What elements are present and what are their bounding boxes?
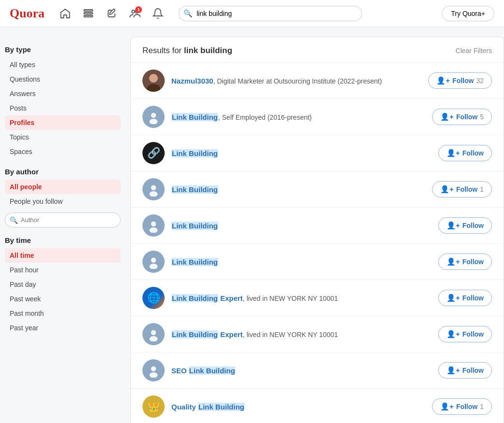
sidebar-item-topics[interactable]: Topics (5, 130, 121, 144)
avatar (142, 323, 165, 345)
results-title: Results for link building (142, 46, 232, 56)
svg-rect-1 (84, 13, 93, 14)
avatar (142, 70, 165, 92)
result-item: Link Building 👤+ Follow (131, 244, 504, 280)
follow-button[interactable]: 👤+ Follow (438, 290, 492, 306)
main-layout: By type All types Questions Answers Post… (0, 27, 504, 423)
avatar (142, 214, 165, 237)
avatar (142, 323, 165, 345)
follow-count: 1 (480, 403, 484, 410)
svg-point-3 (132, 10, 135, 13)
sidebar-item-answers[interactable]: Answers (5, 86, 121, 101)
follow-button[interactable]: 👤+ Follow 1 (432, 398, 492, 415)
follow-button[interactable]: 👤+ Follow (438, 326, 492, 342)
sidebar-item-past-week[interactable]: Past week (5, 292, 121, 306)
result-name[interactable]: Quality Link Building (171, 403, 245, 411)
follow-label: Follow (456, 403, 477, 410)
svg-point-12 (151, 185, 156, 190)
notifications-icon[interactable] (150, 5, 166, 22)
sidebar: By type All types Questions Answers Post… (0, 37, 130, 423)
result-item: Link Building, Self Employed (2016-prese… (131, 99, 504, 135)
follow-label: Follow (456, 185, 477, 193)
author-search-icon: 🔍 (10, 216, 18, 224)
result-name[interactable]: Link Building Expert (171, 330, 243, 338)
search-bar: 🔍 (179, 6, 362, 21)
follow-button[interactable]: 👤+ Follow (438, 362, 492, 379)
avatar (142, 251, 165, 273)
result-name[interactable]: Nazmul3030 (171, 77, 213, 85)
home-icon[interactable] (57, 5, 73, 22)
sidebar-item-past-hour[interactable]: Past hour (5, 263, 121, 277)
svg-point-24 (151, 367, 156, 371)
logo[interactable]: Quora (10, 6, 44, 21)
follow-button[interactable]: 👤+ Follow (438, 145, 492, 161)
result-item: Link Building Expert, lived in NEW YORK … (131, 316, 504, 352)
follow-label: Follow (462, 222, 484, 229)
result-desc: , Self Employed (2016-present) (218, 113, 312, 121)
result-info: Link Building (171, 222, 432, 230)
result-name[interactable]: Link Building (171, 113, 218, 121)
spaces-icon[interactable]: 1 (126, 5, 143, 22)
svg-point-21 (151, 330, 156, 335)
svg-point-9 (151, 113, 156, 118)
follow-button[interactable]: 👤+ Follow (438, 217, 492, 234)
avatar (142, 214, 165, 237)
result-name[interactable]: SEO Link Building (171, 367, 236, 375)
follow-icon: 👤+ (447, 294, 460, 302)
sidebar-item-all-time[interactable]: All time (5, 248, 121, 263)
sidebar-item-profiles[interactable]: Profiles (5, 115, 121, 130)
result-info: Link Building (171, 149, 432, 157)
follow-button[interactable]: 👤+ Follow 5 (432, 109, 492, 125)
header: Quora 1 🔍 Try Quora+ (0, 0, 504, 27)
try-quora-plus-button[interactable]: Try Quora+ (442, 6, 494, 21)
follow-label: Follow (452, 77, 474, 85)
follow-button[interactable]: 👤+ Follow 1 (432, 181, 492, 197)
follow-label: Follow (462, 258, 484, 266)
result-item: 🔗 Link Building 👤+ Follow (131, 135, 504, 171)
follow-button[interactable]: 👤+ Follow (438, 254, 492, 270)
result-info: Nazmul3030, Digital Marketer at Outsourc… (171, 77, 421, 85)
result-name[interactable]: Link Building (171, 258, 218, 266)
search-input[interactable] (179, 6, 362, 21)
result-info: Link Building (171, 185, 425, 194)
result-name[interactable]: Link Building (171, 185, 218, 194)
result-info: Link Building Expert, lived in NEW YORK … (171, 330, 432, 338)
follow-count: 32 (476, 77, 484, 85)
sidebar-item-questions[interactable]: Questions (5, 72, 121, 86)
sidebar-item-all-people[interactable]: All people (5, 180, 121, 194)
follow-label: Follow (462, 294, 484, 302)
results-header: Results for link building Clear Filters (131, 37, 504, 63)
avatar: 🔗 (142, 142, 165, 164)
sidebar-item-past-day[interactable]: Past day (5, 277, 121, 292)
follow-icon: 👤+ (447, 366, 460, 375)
sidebar-item-past-month[interactable]: Past month (5, 306, 121, 321)
result-item: 🌐 Link Building Expert, lived in NEW YOR… (131, 280, 504, 316)
avatar (142, 359, 165, 381)
clear-filters-button[interactable]: Clear Filters (456, 47, 492, 55)
sidebar-item-all-types[interactable]: All types (5, 57, 121, 72)
svg-rect-0 (84, 10, 93, 11)
result-info: SEO Link Building (171, 367, 432, 375)
result-info: Link Building (171, 258, 432, 266)
result-item: Nazmul3030, Digital Marketer at Outsourc… (131, 63, 504, 99)
result-name[interactable]: Link Building (171, 149, 218, 157)
avatar (142, 106, 165, 128)
follow-count: 5 (480, 113, 484, 121)
follow-icon: 👤+ (440, 402, 454, 411)
result-item: Link Building 👤+ Follow 1 (131, 171, 504, 208)
result-item: SEO Link Building 👤+ Follow (131, 352, 504, 389)
follow-button[interactable]: 👤+ Follow 32 (428, 72, 492, 89)
follow-icon: 👤+ (447, 330, 460, 338)
follow-icon: 👤+ (447, 221, 460, 230)
result-desc: , lived in NEW YORK NY 10001 (243, 295, 338, 302)
sidebar-item-posts[interactable]: Posts (5, 101, 121, 115)
feed-icon[interactable] (80, 5, 97, 22)
sidebar-item-people-you-follow[interactable]: People you follow (5, 194, 121, 209)
create-icon[interactable] (103, 5, 120, 22)
result-name[interactable]: Link Building Expert (171, 294, 243, 302)
follow-icon: 👤+ (436, 76, 450, 85)
author-search-input[interactable] (5, 212, 121, 227)
sidebar-item-spaces[interactable]: Spaces (5, 144, 121, 159)
sidebar-item-past-year[interactable]: Past year (5, 321, 121, 335)
result-name[interactable]: Link Building (171, 222, 218, 230)
